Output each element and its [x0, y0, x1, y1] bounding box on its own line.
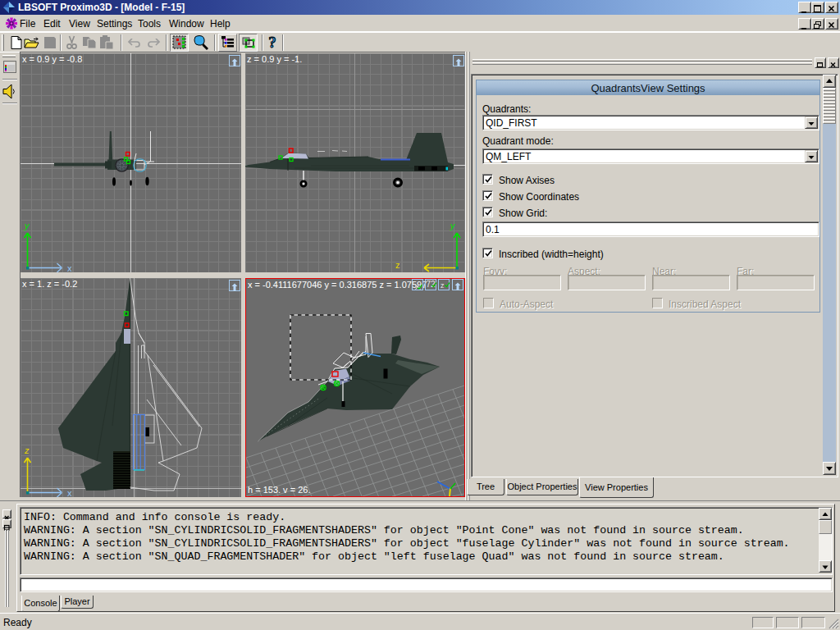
svg-text:x: x — [67, 263, 72, 272]
svg-text:y: y — [450, 221, 456, 231]
svg-text:y: y — [24, 221, 30, 231]
svg-text:z: z — [24, 445, 30, 455]
svg-text:?: ? — [268, 34, 276, 51]
svg-text:z: z — [395, 260, 400, 270]
svg-text:x: x — [67, 488, 72, 497]
